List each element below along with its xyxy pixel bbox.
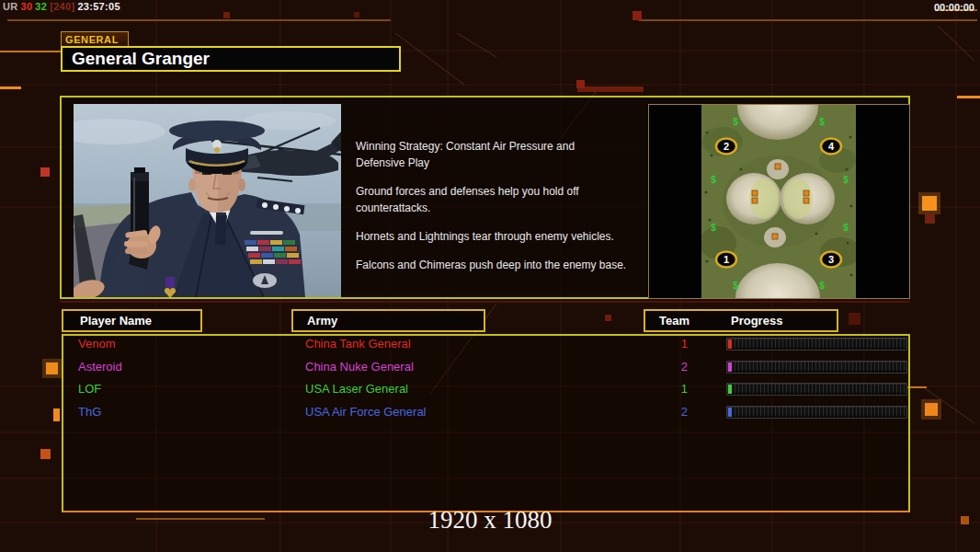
supply-dock-marker: $ bbox=[711, 223, 716, 233]
progress-bar bbox=[726, 361, 907, 374]
loading-screen: UR3032[240]23:57:05 00:00:00 GENERAL Gen… bbox=[0, 0, 980, 552]
start-position-marker: 3 bbox=[821, 252, 841, 268]
general-name-plate: General Granger bbox=[61, 46, 401, 72]
player-name-cell: ThG bbox=[78, 405, 101, 420]
map-preview-image: 2 4 1 3 $ $ $ $ $ $ $ $ bbox=[649, 105, 909, 298]
column-header-team: Team bbox=[659, 311, 689, 330]
strategy-paragraph: Winning Strategy: Constant Air Pressure … bbox=[356, 138, 633, 171]
map-preview: 2 4 1 3 $ $ $ $ $ $ $ $ bbox=[648, 104, 910, 299]
general-portrait bbox=[74, 104, 341, 297]
army-cell: USA Air Force General bbox=[305, 405, 427, 420]
debug-label: UR bbox=[3, 1, 18, 12]
progress-fill bbox=[728, 339, 732, 349]
supply-dock-marker: $ bbox=[733, 117, 738, 127]
svg-text:1: 1 bbox=[724, 254, 729, 265]
match-timer: 00:00:00 bbox=[934, 2, 974, 13]
supply-dock-marker: $ bbox=[733, 281, 738, 291]
team-cell: 1 bbox=[644, 337, 688, 351]
player-row: ThG USA Air Force General 2 bbox=[0, 405, 980, 423]
supply-dock-marker: $ bbox=[843, 175, 849, 185]
progress-bar bbox=[726, 383, 907, 396]
progress-fill bbox=[728, 385, 732, 394]
resolution-watermark: 1920 x 1080 bbox=[0, 506, 980, 535]
strategy-paragraph: Hornets and Lightnings tear through enem… bbox=[356, 228, 633, 245]
army-cell: USA Laser General bbox=[305, 382, 408, 397]
progress-bar bbox=[726, 338, 907, 351]
team-cell: 2 bbox=[644, 405, 688, 420]
start-position-marker: 2 bbox=[716, 139, 736, 155]
column-header-army: Army bbox=[291, 309, 485, 332]
player-row: Asteroid China Nuke General 2 bbox=[0, 360, 980, 378]
team-cell: 1 bbox=[644, 382, 688, 397]
start-position-marker: 1 bbox=[716, 252, 736, 268]
column-header-team-progress: Team Progress bbox=[644, 309, 838, 332]
general-portrait-image bbox=[74, 104, 341, 297]
supply-dock-marker: $ bbox=[711, 175, 716, 185]
debug-fps: 30 bbox=[21, 1, 33, 12]
player-row: Venom China Tank General 1 bbox=[0, 337, 980, 355]
svg-text:4: 4 bbox=[828, 141, 835, 152]
start-position-marker: 4 bbox=[821, 139, 841, 155]
player-name-cell: Venom bbox=[78, 337, 115, 351]
svg-text:3: 3 bbox=[828, 254, 834, 265]
debug-stats: UR3032[240]23:57:05 bbox=[3, 1, 123, 12]
army-cell: China Tank General bbox=[305, 337, 411, 351]
team-cell: 2 bbox=[644, 360, 688, 374]
player-name-cell: LOF bbox=[78, 382, 101, 397]
debug-bracket-value: [240] bbox=[50, 1, 74, 12]
strategy-paragraph: Ground forces and defenses help you hold… bbox=[356, 183, 633, 216]
army-cell: China Nuke General bbox=[305, 360, 414, 374]
player-name-cell: Asteroid bbox=[78, 360, 122, 374]
supply-dock-marker: $ bbox=[819, 281, 825, 291]
column-header-player-name: Player Name bbox=[62, 309, 202, 332]
debug-count: 32 bbox=[35, 1, 47, 12]
supply-dock-marker: $ bbox=[843, 223, 849, 233]
supply-dock-marker: $ bbox=[819, 117, 825, 127]
svg-text:2: 2 bbox=[724, 141, 729, 152]
debug-clock: 23:57:05 bbox=[77, 1, 120, 12]
progress-fill bbox=[728, 362, 732, 372]
column-header-progress: Progress bbox=[731, 311, 782, 330]
progress-bar bbox=[726, 406, 907, 419]
strategy-text: Winning Strategy: Constant Air Pressure … bbox=[356, 138, 633, 285]
strategy-paragraph: Falcons and Chimeras push deep into the … bbox=[356, 257, 633, 273]
progress-fill bbox=[728, 408, 732, 417]
general-tab-label: GENERAL bbox=[61, 31, 129, 46]
player-row: LOF USA Laser General 1 bbox=[0, 382, 980, 400]
